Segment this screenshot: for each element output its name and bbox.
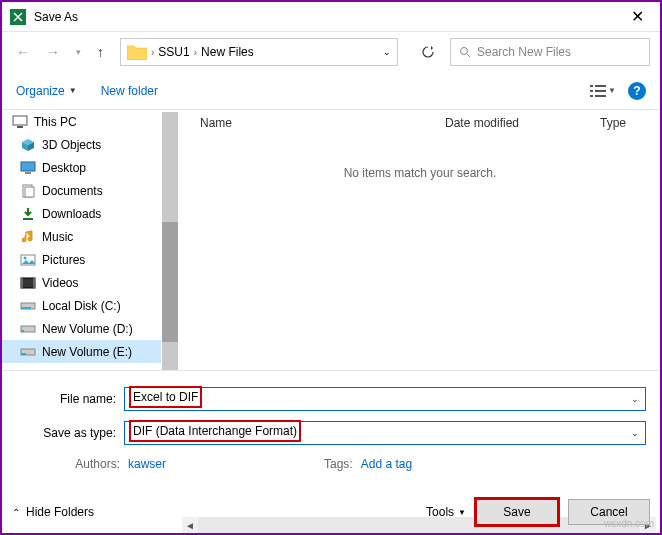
svg-rect-22 xyxy=(21,307,31,309)
videos-icon xyxy=(20,276,36,290)
desktop-icon xyxy=(20,161,36,175)
chevron-down-icon[interactable]: ⌄ xyxy=(631,394,639,404)
help-button[interactable]: ? xyxy=(628,82,646,100)
watermark: wsxdn.com xyxy=(604,518,654,529)
chevron-down-icon[interactable]: ⌄ xyxy=(631,428,639,438)
chevron-down-icon: ▼ xyxy=(69,86,77,95)
tags-value[interactable]: Add a tag xyxy=(361,457,412,471)
svg-rect-19 xyxy=(21,278,23,288)
filename-label: File name: xyxy=(16,392,124,406)
file-list: Name Date modified Type No items match y… xyxy=(180,110,660,370)
organize-button[interactable]: Organize▼ xyxy=(16,84,77,98)
tree-root-thispc[interactable]: This PC xyxy=(2,110,161,133)
authors-value[interactable]: kawser xyxy=(128,457,166,471)
svg-rect-4 xyxy=(595,85,606,87)
tree-item-newvolume-d[interactable]: New Volume (D:) xyxy=(2,317,161,340)
save-form: File name: Excel to DIF ⌄ Save as type: … xyxy=(2,370,660,479)
tree-item-localdisk-c[interactable]: Local Disk (C:) xyxy=(2,294,161,317)
titlebar: Save As ✕ xyxy=(2,2,660,32)
tree-scrollbar[interactable] xyxy=(162,112,178,370)
svg-rect-20 xyxy=(33,278,35,288)
svg-rect-18 xyxy=(21,278,35,288)
column-headers: Name Date modified Type xyxy=(180,110,660,136)
svg-point-1 xyxy=(461,48,468,55)
main-area: This PC 3D Objects Desktop Documents Dow… xyxy=(2,110,660,370)
svg-rect-26 xyxy=(21,353,26,355)
pc-icon xyxy=(12,115,28,129)
tree-item-pictures[interactable]: Pictures xyxy=(2,248,161,271)
column-name[interactable]: Name xyxy=(200,116,445,130)
tree-item-music[interactable]: Music xyxy=(2,225,161,248)
new-folder-button[interactable]: New folder xyxy=(101,84,158,98)
footer: ⌃ Hide Folders Tools ▼ Save Cancel xyxy=(12,499,650,525)
list-view-icon xyxy=(590,84,606,98)
authors-label: Authors: xyxy=(64,457,120,471)
svg-rect-10 xyxy=(17,126,23,128)
folder-tree: This PC 3D Objects Desktop Documents Dow… xyxy=(2,110,162,370)
svg-line-2 xyxy=(467,54,470,57)
close-button[interactable]: ✕ xyxy=(623,7,652,26)
search-placeholder: Search New Files xyxy=(477,45,571,59)
view-mode-button[interactable]: ▼ xyxy=(590,84,616,98)
disk-icon xyxy=(20,322,36,336)
savetype-label: Save as type: xyxy=(16,426,124,440)
column-date[interactable]: Date modified xyxy=(445,116,600,130)
search-input[interactable]: Search New Files xyxy=(450,38,650,66)
save-button[interactable]: Save xyxy=(476,499,558,525)
nav-bar: ← → ▾ ↑ › SSU1 › New Files ⌄ Search New … xyxy=(2,32,660,72)
breadcrumb-dropdown[interactable]: ⌄ xyxy=(383,47,391,57)
svg-rect-5 xyxy=(590,90,593,92)
excel-icon xyxy=(10,9,26,25)
music-icon xyxy=(20,230,36,244)
documents-icon xyxy=(20,184,36,198)
svg-rect-7 xyxy=(590,95,593,97)
recent-dropdown[interactable]: ▾ xyxy=(72,43,85,61)
breadcrumb-seg1[interactable]: SSU1 xyxy=(158,45,189,59)
chevron-up-icon: ⌃ xyxy=(12,507,20,518)
chevron-down-icon: ▼ xyxy=(608,86,616,95)
disk-icon xyxy=(20,345,36,359)
forward-button: → xyxy=(42,40,64,64)
svg-rect-11 xyxy=(21,162,35,171)
tree-item-documents[interactable]: Documents xyxy=(2,179,161,202)
window-title: Save As xyxy=(34,10,623,24)
folder-icon xyxy=(127,44,147,60)
svg-rect-6 xyxy=(595,90,606,92)
empty-message: No items match your search. xyxy=(180,166,660,180)
hide-folders-button[interactable]: ⌃ Hide Folders xyxy=(12,505,94,519)
chevron-down-icon: ▼ xyxy=(458,508,466,517)
search-icon xyxy=(459,46,471,58)
tools-button[interactable]: Tools ▼ xyxy=(426,505,466,519)
tree-item-3dobjects[interactable]: 3D Objects xyxy=(2,133,161,156)
svg-rect-3 xyxy=(590,85,593,87)
svg-point-17 xyxy=(24,256,27,259)
breadcrumb[interactable]: › SSU1 › New Files ⌄ xyxy=(120,38,398,66)
chevron-right-icon: › xyxy=(151,47,154,58)
svg-rect-15 xyxy=(23,218,33,220)
cube-icon xyxy=(20,138,36,152)
disk-icon xyxy=(20,299,36,313)
refresh-button[interactable] xyxy=(414,38,442,66)
tree-item-videos[interactable]: Videos xyxy=(2,271,161,294)
up-button[interactable]: ↑ xyxy=(93,40,108,64)
chevron-right-icon: › xyxy=(194,47,197,58)
tree-item-downloads[interactable]: Downloads xyxy=(2,202,161,225)
svg-rect-8 xyxy=(595,95,606,97)
svg-rect-12 xyxy=(25,172,31,174)
download-icon xyxy=(20,207,36,221)
svg-rect-14 xyxy=(25,187,34,197)
back-button[interactable]: ← xyxy=(12,40,34,64)
refresh-icon xyxy=(421,45,435,59)
svg-rect-9 xyxy=(13,116,27,125)
tree-item-newvolume-e[interactable]: New Volume (E:) xyxy=(2,340,161,363)
pictures-icon xyxy=(20,253,36,267)
savetype-select[interactable]: DIF (Data Interchange Format) ⌄ xyxy=(124,421,646,445)
filename-input[interactable]: Excel to DIF ⌄ xyxy=(124,387,646,411)
tags-label: Tags: xyxy=(324,457,353,471)
breadcrumb-seg2[interactable]: New Files xyxy=(201,45,254,59)
toolbar: Organize▼ New folder ▼ ? xyxy=(2,72,660,110)
svg-rect-24 xyxy=(21,330,24,332)
tree-item-desktop[interactable]: Desktop xyxy=(2,156,161,179)
column-type[interactable]: Type xyxy=(600,116,660,130)
